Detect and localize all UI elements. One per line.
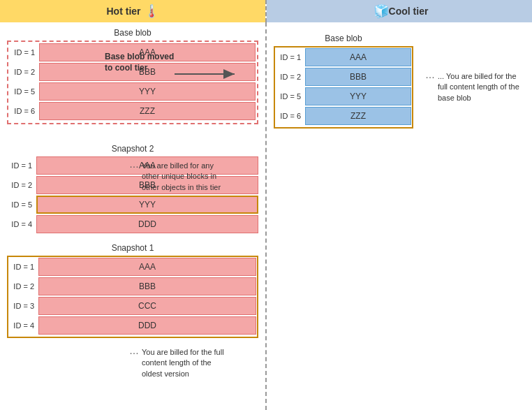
cool-tier-header: 🧊 Cool tier — [267, 0, 532, 22]
snapshot1-note: … You are billed for the full content le… — [129, 346, 234, 382]
thermometer-icon: 🌡️ — [144, 3, 159, 19]
snapshot1-title: Snapshot 1 — [7, 243, 258, 253]
snapshot2-note: … You are billed for any other unique bl… — [129, 159, 227, 196]
snapshot2-title: Snapshot 2 — [7, 144, 258, 154]
table-row: ID = 5 YYY — [7, 196, 258, 214]
snapshot1-section: Snapshot 1 ID = 1 AAA ID = 2 BBB ID = 3 … — [7, 243, 258, 338]
table-row: ID = 6 ZZZ — [10, 102, 256, 120]
hot-side-panel: Base blob ID = 1 AAA ID = 2 BBB ID = 5 Y… — [0, 22, 265, 410]
snapshot1-note-text: You are billed for the full content leng… — [142, 347, 234, 379]
cool-note-text: ... You are billed for the full content … — [438, 71, 526, 103]
cool-base-blob-note: … ... You are billed for the full conten… — [425, 70, 526, 106]
table-row: ID = 5 YYY — [276, 87, 411, 105]
table-row: ID = 2 BBB — [276, 68, 411, 86]
table-row: ID = 2 BBB — [9, 277, 256, 295]
table-row: ID = 3 CCC — [9, 297, 256, 315]
hot-tier-label: Hot tier — [107, 6, 141, 17]
cool-side-panel: Base blob ID = 1 AAA ID = 2 BBB ID = 5 Y… — [265, 22, 532, 410]
table-row: ID = 4 DDD — [9, 316, 256, 335]
table-row: ID = 5 YYY — [10, 82, 256, 101]
snapshot1-outlined: ID = 1 AAA ID = 2 BBB ID = 3 CCC ID = 4 … — [7, 256, 258, 338]
cool-base-blob-title: Base blob — [274, 34, 413, 43]
hot-base-blob-title: Base blob — [7, 28, 258, 38]
table-row: ID = 1 AAA — [9, 258, 256, 276]
table-row: ID = 1 AAA — [276, 48, 411, 66]
arrow-text: Base blob movedto cool tier — [105, 52, 174, 73]
cool-base-blob-outlined: ID = 1 AAA ID = 2 BBB ID = 5 YYY ID = 6 … — [274, 46, 413, 129]
cool-tier-label: Cool tier — [389, 6, 429, 17]
cool-base-blob-section: Base blob ID = 1 AAA ID = 2 BBB ID = 5 Y… — [274, 34, 413, 129]
snowflake-icon: 🧊 — [374, 3, 389, 19]
hot-tier-header: Hot tier 🌡️ — [0, 0, 265, 22]
snapshot2-note-text: You are billed for any other unique bloc… — [142, 161, 227, 193]
arrow-right-icon — [175, 67, 241, 83]
table-row: ID = 6 ZZZ — [276, 107, 411, 125]
base-blob-moved-label: Base blob movedto cool tier — [105, 52, 182, 73]
table-row: ID = 4 DDD — [7, 215, 258, 233]
